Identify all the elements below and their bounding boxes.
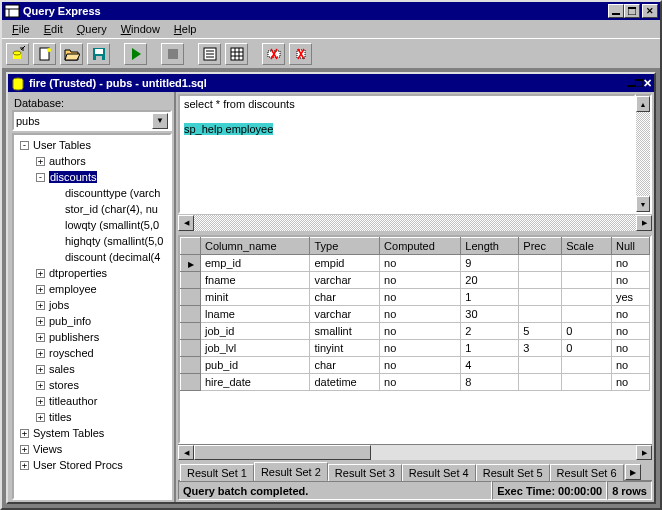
cell[interactable]: no bbox=[380, 272, 461, 289]
cell[interactable]: no bbox=[611, 272, 649, 289]
cell[interactable] bbox=[519, 255, 562, 272]
scroll-left-icon[interactable]: ◀ bbox=[178, 445, 194, 460]
menu-file[interactable]: File bbox=[6, 22, 36, 36]
column-header[interactable]: Null bbox=[611, 238, 649, 255]
expand-icon[interactable]: + bbox=[36, 285, 45, 294]
table-row[interactable]: emp_idempidno9no bbox=[181, 255, 650, 272]
cell[interactable]: lname bbox=[201, 306, 310, 323]
tree-node[interactable]: +sales bbox=[16, 361, 168, 377]
expand-icon[interactable]: + bbox=[20, 461, 29, 470]
cell[interactable] bbox=[562, 357, 612, 374]
tree-node[interactable]: +User Stored Procs bbox=[16, 457, 168, 473]
menu-query[interactable]: Query bbox=[71, 22, 113, 36]
expand-icon[interactable]: + bbox=[20, 445, 29, 454]
cell[interactable] bbox=[519, 374, 562, 391]
result-tab[interactable]: Result Set 5 bbox=[476, 464, 550, 481]
row-header[interactable] bbox=[181, 323, 201, 340]
tree-node[interactable]: +dtproperties bbox=[16, 265, 168, 281]
cell[interactable]: 20 bbox=[461, 272, 519, 289]
maximize-button[interactable] bbox=[624, 4, 640, 18]
cell[interactable]: no bbox=[611, 374, 649, 391]
expand-icon[interactable]: + bbox=[36, 157, 45, 166]
run-button[interactable] bbox=[124, 43, 147, 65]
child-close-button[interactable]: ✕ bbox=[643, 77, 652, 90]
scroll-left-icon[interactable]: ◀ bbox=[178, 215, 194, 231]
cell[interactable]: 2 bbox=[461, 323, 519, 340]
cell[interactable]: varchar bbox=[310, 306, 380, 323]
cell[interactable]: no bbox=[380, 306, 461, 323]
cell[interactable]: no bbox=[611, 323, 649, 340]
expand-icon[interactable]: + bbox=[36, 349, 45, 358]
cell[interactable]: yes bbox=[611, 289, 649, 306]
cell[interactable]: minit bbox=[201, 289, 310, 306]
save-button[interactable] bbox=[87, 43, 110, 65]
tree-node[interactable]: +employee bbox=[16, 281, 168, 297]
table-row[interactable]: job_idsmallintno250no bbox=[181, 323, 650, 340]
tree-node[interactable]: discount (decimal(4 bbox=[16, 249, 168, 265]
result-tab[interactable]: Result Set 4 bbox=[402, 464, 476, 481]
menu-window[interactable]: Window bbox=[115, 22, 166, 36]
menu-edit[interactable]: Edit bbox=[38, 22, 69, 36]
tree-node[interactable]: -discounts bbox=[16, 169, 168, 185]
cell[interactable]: 0 bbox=[562, 340, 612, 357]
tree-node[interactable]: +roysched bbox=[16, 345, 168, 361]
cell[interactable] bbox=[519, 272, 562, 289]
cell[interactable]: tinyint bbox=[310, 340, 380, 357]
open-button[interactable] bbox=[60, 43, 83, 65]
cell[interactable]: smallint bbox=[310, 323, 380, 340]
cell[interactable]: no bbox=[380, 340, 461, 357]
cell[interactable] bbox=[562, 289, 612, 306]
cell[interactable]: no bbox=[611, 255, 649, 272]
tree-node[interactable]: highqty (smallint(5,0 bbox=[16, 233, 168, 249]
cell[interactable]: 5 bbox=[519, 323, 562, 340]
close-button[interactable]: ✕ bbox=[642, 4, 658, 18]
row-header[interactable] bbox=[181, 357, 201, 374]
cell[interactable] bbox=[562, 272, 612, 289]
row-header[interactable] bbox=[181, 374, 201, 391]
tree-node[interactable]: +publishers bbox=[16, 329, 168, 345]
menu-help[interactable]: Help bbox=[168, 22, 203, 36]
cell[interactable]: 8 bbox=[461, 374, 519, 391]
child-maximize-button[interactable] bbox=[635, 77, 643, 90]
table-row[interactable]: lnamevarcharno30no bbox=[181, 306, 650, 323]
results-grid-button[interactable] bbox=[225, 43, 248, 65]
expand-icon[interactable]: + bbox=[20, 429, 29, 438]
editor-vscrollbar[interactable]: ▲ ▼ bbox=[636, 94, 652, 214]
column-header[interactable]: Column_name bbox=[201, 238, 310, 255]
minimize-button[interactable] bbox=[608, 4, 624, 18]
cell[interactable]: no bbox=[611, 340, 649, 357]
expand-icon[interactable]: + bbox=[36, 301, 45, 310]
database-combo[interactable]: pubs ▼ bbox=[12, 110, 172, 131]
results-text-button[interactable] bbox=[198, 43, 221, 65]
cell[interactable]: no bbox=[380, 255, 461, 272]
row-header[interactable] bbox=[181, 289, 201, 306]
cell[interactable]: 30 bbox=[461, 306, 519, 323]
column-header[interactable]: Length bbox=[461, 238, 519, 255]
cell[interactable]: fname bbox=[201, 272, 310, 289]
cell[interactable]: no bbox=[380, 289, 461, 306]
cell[interactable]: emp_id bbox=[201, 255, 310, 272]
expand-icon[interactable]: + bbox=[36, 381, 45, 390]
cell[interactable]: 1 bbox=[461, 289, 519, 306]
cell[interactable] bbox=[562, 306, 612, 323]
cancel-cell-button[interactable] bbox=[289, 43, 312, 65]
cell[interactable]: hire_date bbox=[201, 374, 310, 391]
cell[interactable]: pub_id bbox=[201, 357, 310, 374]
cell[interactable] bbox=[562, 255, 612, 272]
stop-button[interactable] bbox=[161, 43, 184, 65]
scroll-right-icon[interactable]: ▶ bbox=[636, 445, 652, 460]
object-tree[interactable]: -User Tables+authors-discountsdiscountty… bbox=[12, 133, 172, 500]
tree-node[interactable]: +pub_info bbox=[16, 313, 168, 329]
tree-node[interactable]: +stores bbox=[16, 377, 168, 393]
expand-icon[interactable]: + bbox=[36, 317, 45, 326]
tree-node[interactable]: +jobs bbox=[16, 297, 168, 313]
tree-node[interactable]: +System Tables bbox=[16, 425, 168, 441]
table-row[interactable]: fnamevarcharno20no bbox=[181, 272, 650, 289]
cell[interactable]: no bbox=[380, 323, 461, 340]
tree-node[interactable]: -User Tables bbox=[16, 137, 168, 153]
cell[interactable]: char bbox=[310, 357, 380, 374]
child-titlebar[interactable]: fire (Trusted) - pubs - untitled1.sql ✕ bbox=[8, 74, 654, 92]
cell[interactable]: no bbox=[380, 374, 461, 391]
cell[interactable]: 4 bbox=[461, 357, 519, 374]
column-header[interactable]: Type bbox=[310, 238, 380, 255]
